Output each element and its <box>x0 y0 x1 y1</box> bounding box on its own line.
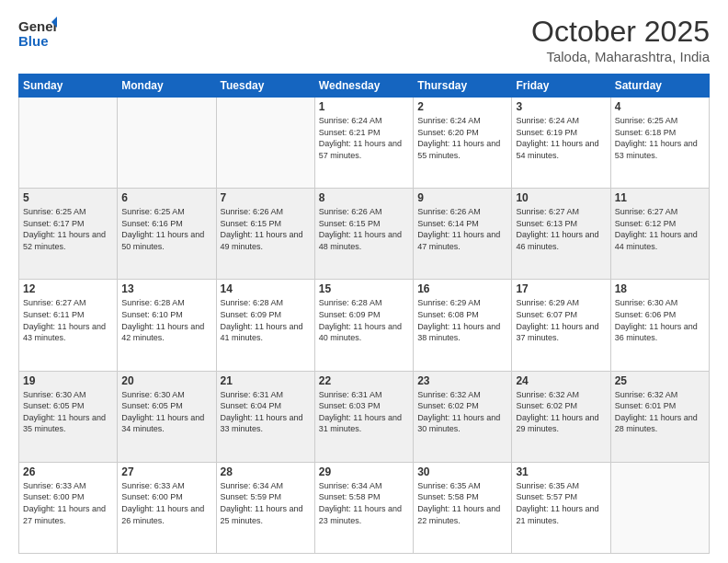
calendar-cell: 15Sunrise: 6:28 AMSunset: 6:09 PMDayligh… <box>314 280 413 371</box>
calendar-cell <box>216 98 314 189</box>
day-number: 10 <box>516 191 606 204</box>
day-info: Sunrise: 6:32 AMSunset: 6:02 PMDaylight:… <box>417 389 507 435</box>
page: General Blue October 2025 Taloda, Mahara… <box>0 0 728 563</box>
svg-text:General: General <box>18 18 57 34</box>
calendar-cell: 23Sunrise: 6:32 AMSunset: 6:02 PMDayligh… <box>414 371 512 462</box>
day-info: Sunrise: 6:28 AMSunset: 6:09 PMDaylight:… <box>319 297 409 343</box>
calendar-cell: 18Sunrise: 6:30 AMSunset: 6:06 PMDayligh… <box>610 280 709 371</box>
calendar-cell: 1Sunrise: 6:24 AMSunset: 6:21 PMDaylight… <box>314 98 413 189</box>
weekday-header: Friday <box>512 75 610 98</box>
day-number: 20 <box>121 374 211 387</box>
day-info: Sunrise: 6:35 AMSunset: 5:57 PMDaylight:… <box>516 480 606 526</box>
calendar-cell: 13Sunrise: 6:28 AMSunset: 6:10 PMDayligh… <box>118 280 216 371</box>
day-number: 21 <box>221 374 311 387</box>
calendar-cell: 21Sunrise: 6:31 AMSunset: 6:04 PMDayligh… <box>216 371 314 462</box>
day-info: Sunrise: 6:33 AMSunset: 6:00 PMDaylight:… <box>23 480 113 526</box>
weekday-header: Saturday <box>610 75 709 98</box>
day-info: Sunrise: 6:27 AMSunset: 6:11 PMDaylight:… <box>23 297 113 343</box>
day-info: Sunrise: 6:27 AMSunset: 6:12 PMDaylight:… <box>615 206 705 252</box>
logo: General Blue <box>18 15 57 55</box>
calendar-cell: 12Sunrise: 6:27 AMSunset: 6:11 PMDayligh… <box>19 280 118 371</box>
weekday-header: Tuesday <box>216 75 314 98</box>
day-info: Sunrise: 6:25 AMSunset: 6:16 PMDaylight:… <box>121 206 211 252</box>
day-info: Sunrise: 6:33 AMSunset: 6:00 PMDaylight:… <box>121 480 211 526</box>
calendar-cell: 10Sunrise: 6:27 AMSunset: 6:13 PMDayligh… <box>512 189 610 280</box>
day-number: 26 <box>23 465 113 478</box>
day-info: Sunrise: 6:28 AMSunset: 6:09 PMDaylight:… <box>221 297 311 343</box>
day-number: 3 <box>516 100 606 113</box>
calendar-week-row: 1Sunrise: 6:24 AMSunset: 6:21 PMDaylight… <box>19 98 710 189</box>
location-title: Taloda, Maharashtra, India <box>531 49 710 64</box>
day-number: 9 <box>417 191 507 204</box>
calendar-cell: 9Sunrise: 6:26 AMSunset: 6:14 PMDaylight… <box>414 189 512 280</box>
calendar-cell: 27Sunrise: 6:33 AMSunset: 6:00 PMDayligh… <box>118 462 216 553</box>
day-number: 13 <box>121 282 211 295</box>
calendar-cell: 31Sunrise: 6:35 AMSunset: 5:57 PMDayligh… <box>512 462 610 553</box>
logo-icon: General Blue <box>18 15 57 52</box>
calendar-cell: 3Sunrise: 6:24 AMSunset: 6:19 PMDaylight… <box>512 98 610 189</box>
day-info: Sunrise: 6:30 AMSunset: 6:06 PMDaylight:… <box>615 297 705 343</box>
day-number: 28 <box>221 465 311 478</box>
calendar-cell: 17Sunrise: 6:29 AMSunset: 6:07 PMDayligh… <box>512 280 610 371</box>
calendar-cell: 14Sunrise: 6:28 AMSunset: 6:09 PMDayligh… <box>216 280 314 371</box>
day-info: Sunrise: 6:34 AMSunset: 5:59 PMDaylight:… <box>221 480 311 526</box>
day-number: 5 <box>23 191 113 204</box>
month-title: October 2025 <box>531 15 710 49</box>
calendar-cell <box>19 98 118 189</box>
day-info: Sunrise: 6:30 AMSunset: 6:05 PMDaylight:… <box>23 389 113 435</box>
day-info: Sunrise: 6:31 AMSunset: 6:03 PMDaylight:… <box>319 389 409 435</box>
calendar-cell: 28Sunrise: 6:34 AMSunset: 5:59 PMDayligh… <box>216 462 314 553</box>
day-number: 11 <box>615 191 705 204</box>
day-number: 27 <box>121 465 211 478</box>
calendar-cell: 29Sunrise: 6:34 AMSunset: 5:58 PMDayligh… <box>314 462 413 553</box>
day-number: 17 <box>516 282 606 295</box>
calendar-week-row: 12Sunrise: 6:27 AMSunset: 6:11 PMDayligh… <box>19 280 710 371</box>
day-info: Sunrise: 6:24 AMSunset: 6:21 PMDaylight:… <box>319 115 409 161</box>
day-info: Sunrise: 6:26 AMSunset: 6:15 PMDaylight:… <box>319 206 409 252</box>
day-number: 15 <box>319 282 409 295</box>
calendar-week-row: 26Sunrise: 6:33 AMSunset: 6:00 PMDayligh… <box>19 462 710 553</box>
day-number: 30 <box>417 465 507 478</box>
weekday-header: Thursday <box>414 75 512 98</box>
day-info: Sunrise: 6:24 AMSunset: 6:20 PMDaylight:… <box>417 115 507 161</box>
day-number: 23 <box>417 374 507 387</box>
day-info: Sunrise: 6:27 AMSunset: 6:13 PMDaylight:… <box>516 206 606 252</box>
calendar-cell: 20Sunrise: 6:30 AMSunset: 6:05 PMDayligh… <box>118 371 216 462</box>
calendar-week-row: 5Sunrise: 6:25 AMSunset: 6:17 PMDaylight… <box>19 189 710 280</box>
calendar-cell: 5Sunrise: 6:25 AMSunset: 6:17 PMDaylight… <box>19 189 118 280</box>
day-number: 4 <box>615 100 705 113</box>
calendar-cell: 30Sunrise: 6:35 AMSunset: 5:58 PMDayligh… <box>414 462 512 553</box>
header: General Blue October 2025 Taloda, Mahara… <box>18 15 710 64</box>
calendar-cell: 7Sunrise: 6:26 AMSunset: 6:15 PMDaylight… <box>216 189 314 280</box>
calendar-header-row: SundayMondayTuesdayWednesdayThursdayFrid… <box>19 75 710 98</box>
calendar-cell: 26Sunrise: 6:33 AMSunset: 6:00 PMDayligh… <box>19 462 118 553</box>
day-number: 24 <box>516 374 606 387</box>
day-number: 19 <box>23 374 113 387</box>
calendar-cell: 6Sunrise: 6:25 AMSunset: 6:16 PMDaylight… <box>118 189 216 280</box>
svg-text:Blue: Blue <box>18 33 49 49</box>
day-info: Sunrise: 6:32 AMSunset: 6:01 PMDaylight:… <box>615 389 705 435</box>
day-number: 16 <box>417 282 507 295</box>
weekday-header: Monday <box>118 75 216 98</box>
day-number: 6 <box>121 191 211 204</box>
calendar-cell: 22Sunrise: 6:31 AMSunset: 6:03 PMDayligh… <box>314 371 413 462</box>
day-info: Sunrise: 6:32 AMSunset: 6:02 PMDaylight:… <box>516 389 606 435</box>
day-number: 14 <box>221 282 311 295</box>
day-info: Sunrise: 6:26 AMSunset: 6:15 PMDaylight:… <box>221 206 311 252</box>
calendar-cell: 16Sunrise: 6:29 AMSunset: 6:08 PMDayligh… <box>414 280 512 371</box>
day-number: 31 <box>516 465 606 478</box>
day-info: Sunrise: 6:34 AMSunset: 5:58 PMDaylight:… <box>319 480 409 526</box>
weekday-header: Wednesday <box>314 75 413 98</box>
calendar-cell: 11Sunrise: 6:27 AMSunset: 6:12 PMDayligh… <box>610 189 709 280</box>
day-info: Sunrise: 6:29 AMSunset: 6:07 PMDaylight:… <box>516 297 606 343</box>
calendar-table: SundayMondayTuesdayWednesdayThursdayFrid… <box>18 74 710 554</box>
day-info: Sunrise: 6:28 AMSunset: 6:10 PMDaylight:… <box>121 297 211 343</box>
calendar-cell: 25Sunrise: 6:32 AMSunset: 6:01 PMDayligh… <box>610 371 709 462</box>
day-number: 7 <box>221 191 311 204</box>
day-number: 25 <box>615 374 705 387</box>
day-info: Sunrise: 6:29 AMSunset: 6:08 PMDaylight:… <box>417 297 507 343</box>
calendar-week-row: 19Sunrise: 6:30 AMSunset: 6:05 PMDayligh… <box>19 371 710 462</box>
day-number: 18 <box>615 282 705 295</box>
day-info: Sunrise: 6:26 AMSunset: 6:14 PMDaylight:… <box>417 206 507 252</box>
day-number: 22 <box>319 374 409 387</box>
